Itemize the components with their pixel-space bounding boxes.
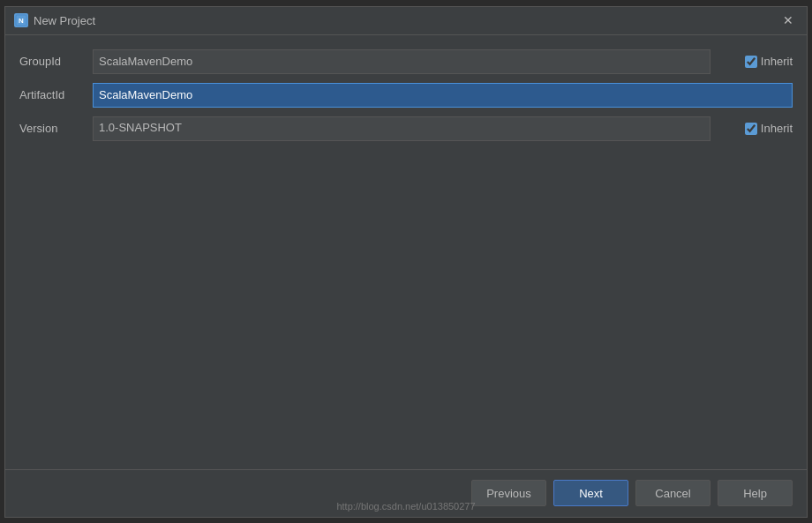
version-inherit-checkbox[interactable] [745,123,757,135]
help-button[interactable]: Help [718,480,793,506]
version-label: Version [19,122,86,135]
version-inherit-group: Inherit [718,122,793,135]
close-button[interactable]: ✕ [778,11,798,30]
artifact-id-input[interactable] [93,83,793,108]
group-id-inherit-label: Inherit [761,55,793,68]
artifact-id-label: ArtifactId [19,88,86,101]
dialog-content: GroupId Inherit ArtifactId Version 1.0-S… [5,35,807,469]
group-id-row: GroupId Inherit [19,49,793,74]
content-spacer [19,150,793,455]
dialog-icon: N [14,13,28,27]
next-button[interactable]: Next [553,480,628,506]
group-id-label: GroupId [19,55,86,68]
watermark: http://blog.csdn.net/u013850277 [336,501,475,512]
artifact-id-row: ArtifactId [19,83,793,108]
new-project-dialog: N New Project ✕ GroupId Inherit Artifact… [4,6,808,518]
version-row: Version 1.0-SNAPSHOT Inherit [19,116,793,141]
group-id-input[interactable] [93,49,710,74]
title-bar: N New Project ✕ [5,7,807,35]
group-id-inherit-group: Inherit [718,55,793,68]
previous-button[interactable]: Previous [471,480,546,506]
dialog-title: New Project [34,14,95,27]
title-bar-left: N New Project [14,13,95,27]
version-value: 1.0-SNAPSHOT [93,116,710,141]
group-id-inherit-checkbox[interactable] [745,56,757,68]
version-inherit-label: Inherit [761,122,793,135]
svg-text:N: N [19,17,24,25]
cancel-button[interactable]: Cancel [635,480,710,506]
